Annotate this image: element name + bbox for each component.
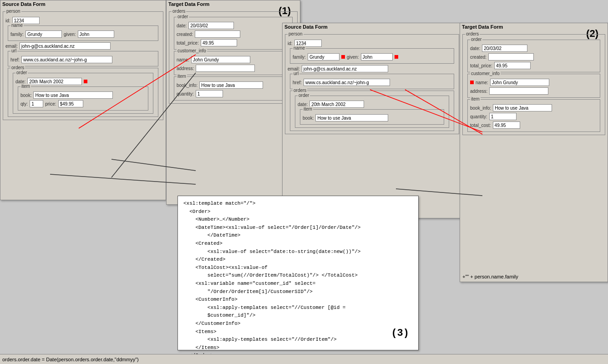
target1-bookinfo-label: book_info: bbox=[177, 83, 198, 88]
name-row-2: family: given: bbox=[293, 53, 451, 61]
url-fieldset-1: url href: bbox=[8, 51, 158, 66]
name-fieldset-2: name family: given: bbox=[290, 48, 454, 64]
target2-date-input[interactable] bbox=[482, 45, 527, 52]
xsl-code-panel: <xsl:template match="/"> <Order> <Number… bbox=[177, 196, 419, 350]
family-input-1[interactable] bbox=[25, 30, 62, 38]
target1-customerinfo-fieldset: customer_info name: address: bbox=[174, 51, 293, 75]
target1-orders-legend: orders bbox=[172, 9, 186, 14]
url-fieldset-2: url href: bbox=[290, 74, 454, 89]
target1-order-fieldset: order date: created: total_price: bbox=[174, 17, 293, 50]
target1-bookinfo-row: book_info: bbox=[177, 81, 290, 89]
target2-bookinfo-input[interactable] bbox=[493, 104, 552, 111]
target1-quantity-row: quantity: bbox=[177, 90, 290, 97]
date-label-1: date: bbox=[15, 79, 25, 84]
family-input-2[interactable] bbox=[308, 53, 339, 61]
email-input-1[interactable] bbox=[20, 42, 111, 50]
book-input-1[interactable] bbox=[33, 91, 113, 99]
url-legend-1: url bbox=[10, 48, 17, 53]
order-fieldset-1: order date: item book: qty: bbox=[13, 73, 153, 114]
target2-totalcost-input[interactable] bbox=[493, 121, 520, 129]
target1-created-input[interactable] bbox=[195, 30, 240, 38]
target1-date-input[interactable] bbox=[188, 22, 234, 29]
email-row-2: email: bbox=[288, 65, 456, 72]
target1-order-legend: order bbox=[177, 14, 189, 19]
orders-fieldset-2: orders order date: item book: bbox=[290, 91, 454, 131]
target2-bookinfo-row: book_info: bbox=[470, 104, 598, 111]
orders-fieldset-1: orders order date: item book: bbox=[8, 68, 158, 117]
target2-order-legend: order bbox=[470, 37, 482, 42]
given-input-1[interactable] bbox=[78, 30, 114, 38]
target2-bookinfo-label: book_info: bbox=[470, 106, 491, 111]
target1-created-label: created: bbox=[177, 32, 193, 37]
price-input-1[interactable] bbox=[58, 100, 83, 107]
target1-quantity-input[interactable] bbox=[196, 90, 223, 97]
target2-date-row: date: bbox=[470, 45, 598, 52]
target2-name-input[interactable] bbox=[490, 79, 549, 86]
target1-created-row: created: bbox=[177, 30, 290, 38]
target1-address-label: address: bbox=[177, 66, 194, 71]
date-input-1[interactable] bbox=[27, 78, 82, 85]
id-row-2: id: bbox=[288, 40, 456, 47]
href-row-1: href: bbox=[10, 56, 156, 63]
label-number-3: (3) bbox=[391, 326, 409, 341]
href-input-1[interactable] bbox=[21, 56, 112, 63]
book-row-1: book: bbox=[20, 91, 146, 99]
target2-name-row: name: bbox=[470, 79, 598, 86]
status-text: orders.order.date = Date(person.orders.o… bbox=[2, 357, 139, 362]
target2-quantity-row: quantity: bbox=[470, 113, 598, 120]
item-legend-1: item bbox=[20, 84, 31, 89]
order-legend-2: order bbox=[298, 93, 310, 98]
href-input-2[interactable] bbox=[304, 79, 390, 86]
given-input-2[interactable] bbox=[361, 53, 393, 61]
source-form-2-title: Source Data Form bbox=[283, 23, 461, 30]
href-row-2: href: bbox=[293, 79, 451, 86]
email-label-1: email: bbox=[5, 44, 18, 49]
person-legend-2: person bbox=[288, 31, 304, 36]
target1-address-input[interactable] bbox=[196, 65, 255, 72]
qty-price-row-1: qty: price: bbox=[20, 100, 146, 107]
target2-created-input[interactable] bbox=[488, 53, 534, 61]
target2-address-row: address: bbox=[470, 87, 598, 95]
name-marker-target2 bbox=[470, 81, 474, 84]
email-label-2: email: bbox=[288, 66, 300, 71]
family-marker-2 bbox=[341, 55, 345, 59]
id-label-2: id: bbox=[288, 41, 293, 46]
target1-item-fieldset: item book_info: quantity: bbox=[174, 76, 293, 101]
email-input-2[interactable] bbox=[302, 65, 388, 72]
target1-totalprice-input[interactable] bbox=[201, 39, 237, 46]
target2-totalprice-input[interactable] bbox=[494, 62, 531, 69]
date-input-2[interactable] bbox=[309, 101, 364, 108]
book-input-2[interactable] bbox=[315, 114, 388, 121]
target1-name-input[interactable] bbox=[191, 56, 250, 63]
target1-item-legend: item bbox=[177, 74, 187, 79]
given-label-2: given: bbox=[347, 55, 359, 60]
orders-legend-1: orders bbox=[10, 65, 25, 70]
target1-name-label: name: bbox=[177, 57, 189, 62]
source-data-form-2: Source Data Form person id: name family:… bbox=[282, 23, 462, 218]
target2-order-fieldset: order date: created: total_price: bbox=[467, 40, 600, 72]
given-marker-2 bbox=[395, 55, 398, 59]
target2-quantity-input[interactable] bbox=[489, 113, 517, 120]
name-legend-1: name bbox=[10, 23, 24, 28]
qty-input-1[interactable] bbox=[30, 100, 43, 107]
target1-date-label: date: bbox=[177, 23, 187, 28]
target2-orders-legend: orders bbox=[465, 31, 480, 36]
target-data-form-2: Target Data Form (2) orders order date: … bbox=[460, 23, 608, 282]
date-label-2: date: bbox=[298, 102, 308, 107]
target2-orders-fieldset: orders order date: created: total_price:… bbox=[462, 34, 605, 135]
target2-date-label: date: bbox=[470, 46, 480, 51]
bottom-label-target2: +"" + person.name.family bbox=[462, 274, 518, 279]
qty-label-1: qty: bbox=[20, 101, 28, 106]
price-label-1: price: bbox=[45, 101, 56, 106]
target1-orders-fieldset: orders order date: created: total_price:… bbox=[169, 11, 298, 104]
href-label-1: href: bbox=[10, 57, 20, 62]
book-row-2: book: bbox=[303, 114, 441, 121]
target-form-2-title: Target Data Form bbox=[460, 23, 608, 30]
target2-address-input[interactable] bbox=[489, 87, 548, 95]
target2-customerinfo-legend: customer_info bbox=[470, 71, 501, 76]
target1-bookinfo-input[interactable] bbox=[199, 81, 263, 89]
target1-date-row: date: bbox=[177, 22, 290, 29]
status-bar: orders.order.date = Date(person.orders.o… bbox=[0, 354, 608, 364]
item-fieldset-1: item book: qty: price: bbox=[18, 86, 148, 111]
source-data-form-1: Source Data Form person id: name family:… bbox=[0, 0, 166, 200]
